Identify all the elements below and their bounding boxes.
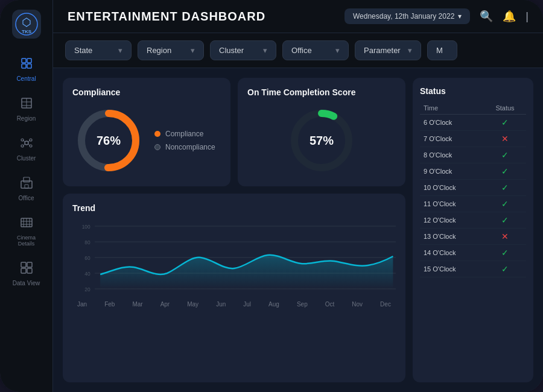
sidebar-item-cluster[interactable]: Cluster	[5, 130, 48, 168]
table-row: 7 O'Clock✕	[420, 131, 526, 147]
left-panel: Compliance 76%	[63, 78, 405, 382]
compliance-legend: Compliance Noncompliance	[154, 130, 215, 151]
svg-point-12	[30, 139, 32, 141]
col-status: Status	[484, 102, 526, 115]
table-row: 15 O'Clock✓	[420, 261, 526, 277]
svg-rect-28	[21, 262, 26, 267]
status-time: 8 O'Clock	[420, 147, 484, 163]
sidebar-item-central[interactable]: Central	[5, 51, 48, 88]
status-time: 12 O'Clock	[420, 212, 484, 229]
content-area: Compliance 76%	[53, 68, 543, 392]
check-icon: ✓	[501, 183, 509, 192]
date-chevron-icon: ▾	[458, 12, 462, 21]
header: ENTERTAINMENT DASHBOARD Wednesday, 12th …	[53, 0, 543, 33]
svg-text:80: 80	[84, 239, 90, 245]
svg-rect-31	[27, 268, 32, 273]
svg-rect-3	[27, 58, 31, 63]
cinema-icon	[20, 216, 33, 232]
region-icon	[20, 96, 33, 113]
on-time-title: On Time Completion Score	[247, 87, 396, 97]
svg-rect-30	[21, 268, 26, 273]
compliance-dot	[154, 131, 160, 137]
filter-state[interactable]: State ▾	[65, 40, 132, 60]
table-row: 12 O'Clock✓	[420, 212, 526, 229]
table-row: 11 O'Clock✓	[420, 196, 526, 212]
svg-rect-2	[22, 58, 26, 63]
sidebar-item-office[interactable]: Office	[5, 170, 48, 207]
status-table: Time Status 6 O'Clock✓7 O'Clock✕8 O'Cloc…	[420, 102, 526, 277]
status-time: 15 O'Clock	[420, 261, 484, 277]
compliance-donut: 76%	[72, 104, 145, 177]
status-indicator: ✓	[484, 196, 526, 212]
sidebar-label-cinema: Cinema Details	[10, 235, 43, 247]
table-row: 9 O'Clock✓	[420, 163, 526, 180]
search-icon[interactable]: 🔍	[480, 10, 493, 23]
status-indicator: ✓	[484, 180, 526, 196]
central-icon	[20, 57, 33, 73]
filter-m[interactable]: M	[427, 40, 457, 60]
status-time: 9 O'Clock	[420, 163, 484, 180]
sidebar-label-dataview: Data View	[13, 280, 40, 286]
check-icon: ✓	[501, 215, 509, 225]
status-time: 7 O'Clock	[420, 131, 484, 147]
noncompliance-dot	[154, 144, 160, 150]
sidebar-label-region: Region	[17, 115, 36, 122]
app-logo: TKS	[12, 10, 41, 39]
svg-point-11	[21, 139, 24, 141]
filter-bar: State ▾ Region ▾ Cluster ▾ Office ▾ Para…	[53, 33, 543, 68]
menu-icon[interactable]: |	[526, 10, 529, 23]
sidebar: TKS Central	[0, 0, 53, 392]
filter-cluster[interactable]: Cluster ▾	[210, 40, 276, 60]
status-indicator: ✓	[484, 261, 526, 277]
svg-point-13	[21, 145, 24, 147]
status-indicator: ✓	[484, 147, 526, 163]
trend-x-labels: Jan Feb Mar Apr May Jun Jul Aug Sep Oct …	[72, 299, 396, 308]
status-indicator: ✓	[484, 245, 526, 261]
chevron-down-icon: ▾	[118, 46, 122, 55]
filter-parameter[interactable]: Parameter ▾	[355, 40, 421, 60]
filter-region[interactable]: Region ▾	[138, 40, 204, 60]
status-time: 6 O'Clock	[420, 115, 484, 131]
notification-icon[interactable]: 🔔	[503, 10, 516, 23]
svg-point-14	[30, 145, 32, 147]
compliance-card: Compliance 76%	[63, 78, 230, 186]
table-row: 14 O'Clock✓	[420, 245, 526, 261]
sidebar-item-cinema[interactable]: Cinema Details	[5, 210, 48, 253]
check-icon: ✓	[501, 264, 509, 274]
status-indicator: ✓	[484, 163, 526, 180]
on-time-donut: 57%	[285, 104, 358, 177]
status-indicator: ✕	[484, 131, 526, 147]
svg-rect-29	[27, 262, 32, 267]
check-icon: ✓	[501, 199, 509, 209]
table-row: 10 O'Clock✓	[420, 180, 526, 196]
date-selector[interactable]: Wednesday, 12th January 2022 ▾	[345, 8, 470, 24]
compliance-title: Compliance	[72, 87, 221, 97]
legend-compliance: Compliance	[154, 130, 215, 138]
chevron-down-icon: ▾	[408, 46, 412, 55]
sidebar-item-dataview[interactable]: Data View	[5, 255, 48, 292]
status-time: 13 O'Clock	[420, 229, 484, 245]
status-indicator: ✕	[484, 229, 526, 245]
status-indicator: ✓	[484, 212, 526, 229]
svg-rect-21	[25, 185, 28, 188]
status-title: Status	[420, 86, 526, 96]
col-time: Time	[420, 102, 484, 115]
table-row: 6 O'Clock✓	[420, 115, 526, 131]
trend-title: Trend	[72, 203, 396, 213]
chevron-down-icon: ▾	[335, 46, 340, 55]
filter-office[interactable]: Office ▾	[282, 40, 349, 60]
office-icon	[20, 176, 33, 192]
table-row: 13 O'Clock✕	[420, 229, 526, 245]
cross-icon: ✕	[501, 134, 509, 144]
svg-rect-4	[22, 64, 26, 68]
trend-chart: 100 80 60 40 20	[72, 220, 396, 299]
cluster-icon	[20, 136, 33, 153]
sidebar-item-region[interactable]: Region	[5, 90, 48, 128]
svg-text:TKS: TKS	[22, 29, 32, 34]
main-content: ENTERTAINMENT DASHBOARD Wednesday, 12th …	[53, 0, 543, 392]
on-time-donut-container: 57%	[247, 104, 396, 177]
svg-text:40: 40	[84, 271, 90, 277]
date-text: Wednesday, 12th January 2022	[353, 12, 454, 21]
chevron-down-icon: ▾	[191, 46, 195, 55]
compliance-value: 76%	[97, 134, 121, 148]
